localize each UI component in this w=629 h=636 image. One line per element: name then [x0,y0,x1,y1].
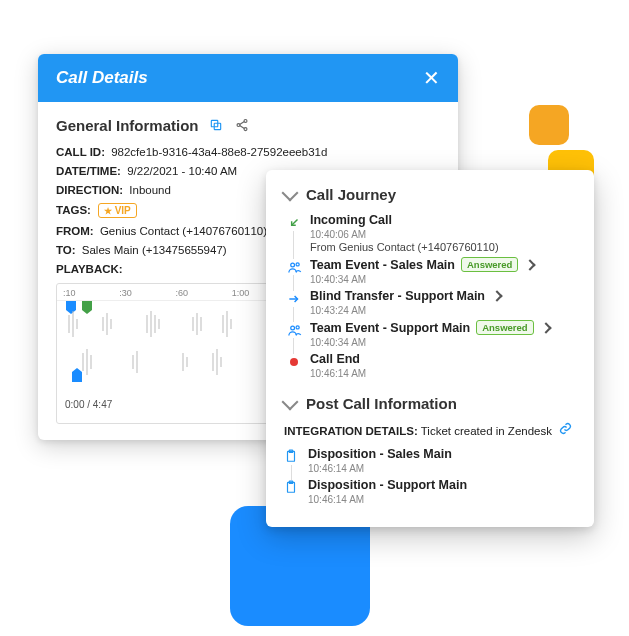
call-end-icon [286,354,302,370]
chevron-right-icon [540,322,551,333]
svg-line-5 [239,122,244,125]
journey-item-title: Call End [310,352,360,366]
journey-item-subtitle: From Genius Contact (+14076760110) [310,241,576,253]
to-value: Sales Main (+13475655947) [82,244,227,256]
playback-label: PLAYBACK: [56,263,123,275]
call-details-header: Call Details ✕ [38,54,458,102]
clipboard-icon [284,449,300,465]
journey-item-incoming: Incoming Call 10:40:06 AM From Genius Co… [286,213,576,253]
disposition-time: 10:46:14 AM [308,463,576,474]
post-call-label: Post Call Information [306,395,457,412]
journey-item-end: Call End 10:46:14 AM [286,352,576,379]
team-icon [286,322,302,338]
call-journey-card: Call Journey Incoming Call 10:40:06 AM F… [266,170,594,527]
call-id-value: 982cfe1b-9316-43a4-88e8-27592eeeb31d [111,146,327,158]
svg-point-35 [296,262,299,265]
ruler-tick: :30 [119,288,132,298]
integration-value: Ticket created in Zendesk [421,425,552,437]
external-link-icon[interactable] [559,422,572,437]
ruler-tick: :10 [63,288,76,298]
playback-current-time: 0:00 [65,399,84,410]
from-label: FROM: [56,225,94,237]
from-value: Genius Contact (+14076760110) [100,225,267,237]
ruler-tick: 1:00 [232,288,250,298]
disposition-item-support[interactable]: Disposition - Support Main 10:46:14 AM [284,478,576,505]
disposition-item-sales[interactable]: Disposition - Sales Main 10:46:14 AM [284,447,576,474]
call-journey-label: Call Journey [306,186,396,203]
svg-point-38 [296,325,299,328]
svg-point-34 [290,263,294,267]
journey-item-title: Team Event - Support Main [310,321,470,335]
journey-item-team-sales[interactable]: Team Event - Sales Main Answered 10:40:3… [286,257,576,285]
close-icon[interactable]: ✕ [423,66,440,90]
general-information-heading: General Information [56,116,440,134]
journey-item-time: 10:43:24 AM [310,305,576,316]
status-badge-answered: Answered [476,320,533,335]
copy-icon[interactable] [207,116,225,134]
direction-value: Inbound [129,184,171,196]
journey-item-title: Incoming Call [310,213,392,227]
journey-item-team-support[interactable]: Team Event - Support Main Answered 10:40… [286,320,576,348]
integration-label: INTEGRATION DETAILS: [284,425,418,437]
call-journey-heading[interactable]: Call Journey [284,186,576,203]
status-badge-answered: Answered [461,257,518,272]
direction-label: DIRECTION: [56,184,123,196]
field-call-id: CALL ID: 982cfe1b-9316-43a4-88e8-27592ee… [56,146,440,158]
disposition-title: Disposition - Support Main [308,478,467,492]
datetime-value: 9/22/2021 - 10:40 AM [127,165,237,177]
to-label: TO: [56,244,76,256]
waveform-marker-bottom-icon[interactable] [71,367,83,383]
journey-item-time: 10:40:34 AM [310,274,576,285]
journey-item-time: 10:40:06 AM [310,229,576,240]
journey-item-title: Blind Transfer - Support Main [310,289,485,303]
journey-item-title: Team Event - Sales Main [310,258,455,272]
svg-line-33 [292,220,298,226]
ruler-tick: :60 [175,288,188,298]
disposition-title: Disposition - Sales Main [308,447,452,461]
playback-total-time: 4:47 [93,399,112,410]
playback-time: 0:00 / 4:47 [65,399,112,410]
datetime-label: DATE/TIME: [56,165,121,177]
team-icon [286,259,302,275]
call-details-title: Call Details [56,68,148,88]
clipboard-icon [284,480,300,496]
post-call-heading[interactable]: Post Call Information [284,395,576,412]
vip-tag[interactable]: VIP [98,203,137,218]
incoming-call-icon [286,215,302,231]
disposition-time: 10:46:14 AM [308,494,576,505]
journey-item-time: 10:46:14 AM [310,368,576,379]
chevron-right-icon [525,259,536,270]
journey-item-transfer[interactable]: Blind Transfer - Support Main 10:43:24 A… [286,289,576,316]
call-journey-list: Incoming Call 10:40:06 AM From Genius Co… [284,213,576,379]
general-information-label: General Information [56,117,199,134]
tags-label: TAGS: [56,204,91,216]
journey-item-time: 10:40:34 AM [310,337,576,348]
chevron-right-icon [491,290,502,301]
share-icon[interactable] [233,116,251,134]
integration-details-row: INTEGRATION DETAILS: Ticket created in Z… [284,422,576,437]
call-id-label: CALL ID: [56,146,105,158]
svg-point-37 [290,326,294,330]
decorative-orange-block [529,105,569,145]
svg-line-6 [239,126,244,129]
transfer-icon [286,291,302,307]
